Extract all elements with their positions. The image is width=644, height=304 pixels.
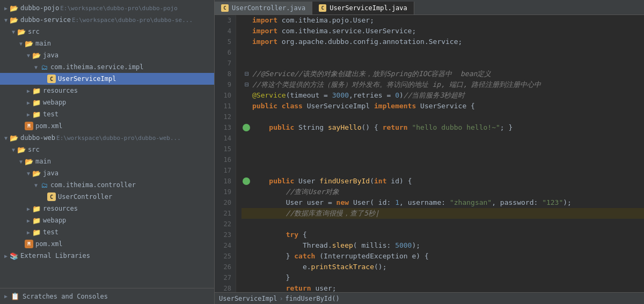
line-number-23: 23: [215, 229, 231, 240]
breadcrumb-file: UserServiceImpl: [219, 295, 277, 302]
tree-label-pom2: pom.xml: [35, 240, 63, 248]
tree-icon-dubbo-service: 📂: [10, 16, 18, 24]
tree-arrow-webapp1: ▶: [25, 100, 32, 106]
tree-icon-java1: 📂: [32, 51, 41, 60]
tab-tab2[interactable]: CUserServiceImpl.java: [312, 2, 414, 14]
line-content-19: //查询User对象: [252, 187, 339, 197]
scratches-icon: 📋: [11, 292, 19, 300]
code-line-24: Thread.sleep( millis: 5000);: [241, 240, 644, 251]
tree-arrow-pkg1: ▼: [32, 64, 40, 70]
tree-label-src2: src: [28, 146, 40, 153]
scratches-consoles-item[interactable]: ▶ 📋 Scratches and Consoles: [0, 288, 214, 304]
tree-icon-src1: 📂: [17, 27, 26, 36]
code-line-28: return user;: [241, 283, 644, 292]
tree-icon-java2: 📂: [32, 169, 41, 177]
scratches-arrow-icon: ▶: [4, 293, 8, 299]
line-content-10: @Service(timeout = 3000,retries = 0)//当前…: [252, 90, 465, 101]
tab-label-tab2: UserServiceImpl.java: [330, 4, 407, 12]
tree-item-main2[interactable]: ▼📂main: [0, 155, 214, 167]
tree-icon-dubbo-pojo: 📂: [10, 4, 18, 12]
tree-item-webapp1[interactable]: ▶📁webapp: [0, 97, 214, 108]
tree-item-dubbo-pojo[interactable]: ▶📂dubbo-pojo E:\workspace\dubbo-pro\dubb…: [0, 2, 214, 14]
tree-item-extlib[interactable]: ▶📚External Libraries: [0, 250, 214, 262]
code-area[interactable]: import com.itheima.pojo.User;import com.…: [236, 15, 644, 292]
tree-item-webapp2[interactable]: ▶📁webapp: [0, 214, 214, 226]
tab-icon-tab1: C: [221, 4, 229, 12]
line-number-21: 21: [215, 208, 231, 219]
tree-icon-main1: 📂: [25, 39, 33, 48]
tree-label-pom1: pom.xml: [35, 122, 63, 130]
tree-label-dubbo-web: dubbo-web: [20, 134, 55, 142]
green-dot-icon-13: [243, 124, 250, 131]
line-number-12: 12: [215, 112, 231, 122]
code-line-26: e.printStackTrace();: [241, 262, 644, 272]
tree-label-webapp2: webapp: [43, 217, 66, 224]
line-numbers: 3456789101112131415161718192021222324252…: [215, 15, 236, 292]
tree-arrow-test2: ▶: [25, 229, 32, 235]
code-line-23: try {: [241, 229, 644, 240]
tree-item-pom2[interactable]: Mpom.xml: [0, 238, 214, 250]
tree-arrow-java1: ▼: [25, 53, 32, 58]
line-content-28: return user;: [252, 283, 336, 292]
tree-icon-resources1: 📁: [32, 86, 41, 95]
line-gutter-8: ⊟: [241, 69, 252, 79]
line-content-11: public class UserServiceImpl implements …: [252, 101, 475, 112]
tree-arrow-dubbo-service: ▼: [2, 17, 10, 23]
tree-item-src1[interactable]: ▼📂src: [0, 26, 214, 38]
line-gutter-9: ⊟: [241, 79, 252, 90]
tree-item-main1[interactable]: ▼📂main: [0, 38, 214, 49]
tree-arrow-src2: ▼: [10, 147, 17, 153]
tree-item-dubbo-web[interactable]: ▼📂dubbo-web E:\workspace\dubbo-pro\dubbo…: [0, 132, 214, 144]
tree-arrow-test1: ▶: [25, 112, 32, 117]
line-number-18: 18: [215, 176, 231, 187]
tree-item-resources1[interactable]: ▶📁resources: [0, 85, 214, 97]
line-number-4: 4: [215, 26, 231, 36]
tree-icon-extlib: 📚: [10, 251, 18, 260]
tree-item-UserController[interactable]: CUserController: [0, 191, 214, 203]
tree-path-dubbo-service: E:\workspace\dubbo-pro\dubbo-se...: [72, 17, 193, 24]
line-number-6: 6: [215, 47, 231, 58]
line-gutter-13: [241, 124, 252, 131]
code-line-16: [241, 154, 644, 165]
tree-item-java2[interactable]: ▼📂java: [0, 167, 214, 179]
line-content-27: }: [252, 272, 290, 283]
code-line-8: ⊟//@Service//该类的对象创建出来，放到Spring的IOC容器中 b…: [241, 69, 644, 79]
tree-item-src2[interactable]: ▼📂src: [0, 144, 214, 155]
code-line-18: public User findUserById(int id) {: [241, 176, 644, 187]
code-line-19: //查询User对象: [241, 187, 644, 197]
tree-label-extlib: External Libraries: [20, 252, 90, 259]
tree-item-UserServiceImpl[interactable]: CUserServiceImpl: [0, 73, 214, 85]
tree-item-java1[interactable]: ▼📂java: [0, 49, 214, 61]
tree-icon-pkg1: 🗂: [40, 63, 48, 71]
code-line-9: ⊟//将这个类提供的方法（服务）对外发布。将访问的地址 ip, 端口, 路径注册…: [241, 79, 644, 90]
tree-icon-pom2: M: [25, 240, 33, 248]
tree-item-dubbo-service[interactable]: ▼📂dubbo-service E:\workspace\dubbo-pro\d…: [0, 14, 214, 26]
tree-label-dubbo-service: dubbo-service: [20, 16, 71, 24]
line-number-7: 7: [215, 58, 231, 69]
line-number-13: 13: [215, 122, 231, 133]
tree-icon-pom1: M: [25, 122, 33, 130]
tab-tab1[interactable]: CUserController.java: [215, 2, 312, 14]
tree-item-pkg2[interactable]: ▼🗂com.itheima.controller: [0, 179, 214, 191]
breadcrumb-method: findUserById(): [286, 295, 340, 302]
code-line-17: [241, 165, 644, 176]
tree-item-pkg1[interactable]: ▼🗂com.itheima.service.impl: [0, 61, 214, 73]
line-number-14: 14: [215, 133, 231, 144]
tree-label-dubbo-pojo: dubbo-pojo: [20, 4, 59, 12]
line-content-13: public String sayHello() { return "hello…: [252, 122, 513, 133]
tree-arrow-java2: ▼: [25, 170, 32, 176]
tree-label-java1: java: [43, 51, 58, 59]
tree-item-test2[interactable]: ▶📁test: [0, 226, 214, 238]
code-line-10: @Service(timeout = 3000,retries = 0)//当前…: [241, 90, 644, 101]
tree-label-resources2: resources: [43, 205, 78, 212]
code-line-20: User user = new User( id: 1, username: "…: [241, 197, 644, 208]
tree-item-test1[interactable]: ▶📁test: [0, 108, 214, 120]
tree-item-resources2[interactable]: ▶📁resources: [0, 203, 214, 214]
tree-container[interactable]: ▶📂dubbo-pojo E:\workspace\dubbo-pro\dubb…: [0, 0, 214, 288]
code-line-25: } catch (InterruptedException e) {: [241, 251, 644, 262]
tree-label-UserController: UserController: [58, 193, 112, 201]
tree-item-pom1[interactable]: Mpom.xml: [0, 120, 214, 132]
line-content-26: e.printStackTrace();: [252, 262, 386, 272]
tree-label-pkg1: com.itheima.service.impl: [50, 63, 143, 71]
green-dot-icon-18: [243, 177, 250, 185]
